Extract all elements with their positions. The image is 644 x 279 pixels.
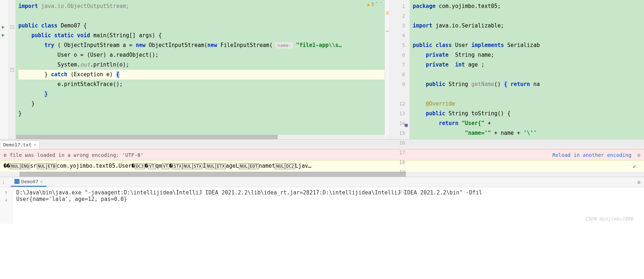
arrow-up-icon[interactable]: ↑: [0, 189, 12, 195]
run-line-icon[interactable]: ▶: [2, 24, 7, 29]
fold-toggle-icon[interactable]: −: [10, 68, 14, 72]
right-code-area[interactable]: package com.yojimbo.text05;import java.i…: [410, 0, 644, 139]
gear-icon[interactable]: ⚙: [638, 179, 640, 185]
right-editor-pane: 12345678912131415161718192021 package co…: [390, 0, 644, 139]
gutter: ▶ ▶: [0, 0, 9, 139]
close-icon[interactable]: ×: [34, 142, 36, 147]
run-toolbar: ↑ ↓: [0, 187, 13, 224]
gear-icon[interactable]: ⚙: [638, 152, 640, 158]
run-label: :: [2, 179, 5, 185]
run-line-icon[interactable]: ▶: [2, 32, 7, 37]
chevron-up-icon[interactable]: ˆ: [375, 1, 378, 7]
watermark: CSDN @yojimbo1886: [585, 216, 633, 222]
tab-demo17[interactable]: Demo17.txt ×: [0, 141, 40, 149]
run-tab-demo07[interactable]: Demo07 ×: [11, 177, 47, 187]
tab-label: Demo17.txt: [3, 142, 31, 147]
console-cmd-line: D:\Java\bin\java.exe "-javaagent:D:\inte…: [16, 189, 640, 196]
file-tab-bar: Demo17.txt ×: [0, 139, 644, 149]
encoding-warning-bar: e file was loaded in a wrong encoding: '…: [0, 149, 644, 160]
error-stripe[interactable]: [385, 0, 390, 139]
console-output-line: User{name='lala', age=12, pas=0.0}: [16, 196, 640, 202]
check-icon: ✔: [633, 160, 636, 172]
warn-count: 3: [371, 1, 374, 7]
run-tab-bar: : Demo07 × ⚙: [0, 177, 644, 187]
h-scrollbar[interactable]: [16, 135, 390, 139]
encoding-message: e file was loaded in a wrong encoding: '…: [4, 152, 144, 158]
fold-toggle-icon[interactable]: −: [10, 25, 14, 29]
run-tab-label: Demo07: [21, 179, 38, 184]
left-code-area[interactable]: import java.io.ObjectOutputStream;public…: [16, 0, 390, 139]
reload-encoding-link[interactable]: Reload in another encoding: [552, 152, 631, 158]
line-number-gutter: 12345678912131415161718192021: [390, 0, 410, 139]
binary-scrollbar[interactable]: [0, 172, 644, 177]
close-icon[interactable]: ×: [40, 179, 43, 184]
chevron-down-icon[interactable]: ˇ: [380, 1, 382, 7]
console-output[interactable]: D:\Java\bin\java.exe "-javaagent:D:\inte…: [13, 187, 644, 224]
left-editor-pane: ▶ ▶ − − import java.io.ObjectOutputStrea…: [0, 0, 390, 139]
arrow-down-icon[interactable]: ↓: [0, 197, 12, 202]
app-icon: [14, 179, 19, 184]
inspection-badge[interactable]: ▲ 3 ˆ ˇ: [367, 1, 382, 7]
fold-gutter: − −: [9, 0, 16, 139]
binary-text: ��NULENQsrNULETBcom.yojimbo.text05.User�…: [4, 160, 311, 172]
binary-content-row: ��NULENQsrNULETBcom.yojimbo.text05.User�…: [0, 160, 644, 172]
run-tool-window: : Demo07 × ⚙ ↑ ↓ D:\Java\bin\java.exe "-…: [0, 177, 644, 224]
